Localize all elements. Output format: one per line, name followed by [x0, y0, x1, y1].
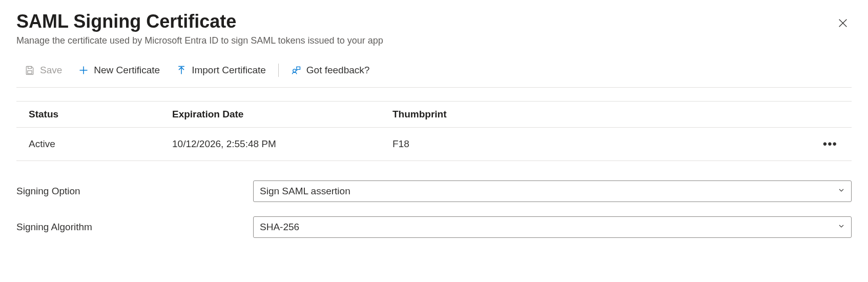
save-icon — [25, 65, 35, 75]
import-certificate-label: Import Certificate — [192, 65, 266, 76]
signing-algorithm-value: SHA-256 — [260, 221, 299, 233]
column-header-expiration: Expiration Date — [172, 109, 392, 120]
feedback-button[interactable]: Got feedback? — [283, 62, 378, 79]
page-title: SAML Signing Certificate — [16, 10, 383, 32]
column-header-status: Status — [29, 109, 172, 120]
feedback-label: Got feedback? — [306, 65, 370, 76]
close-icon — [837, 23, 849, 30]
certificates-table: Status Expiration Date Thumbprint Active… — [16, 101, 852, 161]
save-button: Save — [16, 62, 70, 79]
new-certificate-button[interactable]: New Certificate — [70, 62, 168, 79]
column-header-thumbprint: Thumbprint — [392, 109, 809, 120]
svg-point-7 — [293, 69, 296, 72]
table-row: Active 10/12/2026, 2:55:48 PM F18 ••• — [16, 128, 852, 161]
save-label: Save — [40, 65, 62, 76]
signing-option-label: Signing Option — [16, 186, 253, 197]
cell-thumbprint: F18 — [392, 138, 809, 150]
page-subtitle: Manage the certificate used by Microsoft… — [16, 35, 383, 46]
feedback-icon — [291, 65, 301, 75]
toolbar: Save New Certificate Import Certificate — [16, 62, 852, 88]
new-certificate-label: New Certificate — [94, 65, 160, 76]
signing-algorithm-select[interactable]: SHA-256 — [253, 216, 852, 238]
cell-expiration: 10/12/2026, 2:55:48 PM — [172, 138, 392, 150]
chevron-down-icon — [837, 221, 845, 233]
svg-rect-2 — [28, 71, 32, 74]
chevron-down-icon — [837, 186, 845, 197]
table-header-row: Status Expiration Date Thumbprint — [16, 101, 852, 128]
more-icon: ••• — [823, 137, 837, 151]
signing-algorithm-label: Signing Algorithm — [16, 221, 253, 233]
cell-status: Active — [29, 138, 172, 150]
signing-option-select[interactable]: Sign SAML assertion — [253, 180, 852, 202]
toolbar-separator — [278, 64, 279, 77]
plus-icon — [78, 65, 89, 75]
upload-arrow-icon — [176, 65, 187, 75]
form-section: Signing Option Sign SAML assertion Signi… — [16, 180, 852, 238]
row-more-button[interactable]: ••• — [821, 135, 839, 153]
close-button[interactable] — [834, 14, 852, 33]
import-certificate-button[interactable]: Import Certificate — [168, 62, 274, 79]
signing-option-value: Sign SAML assertion — [260, 186, 350, 197]
